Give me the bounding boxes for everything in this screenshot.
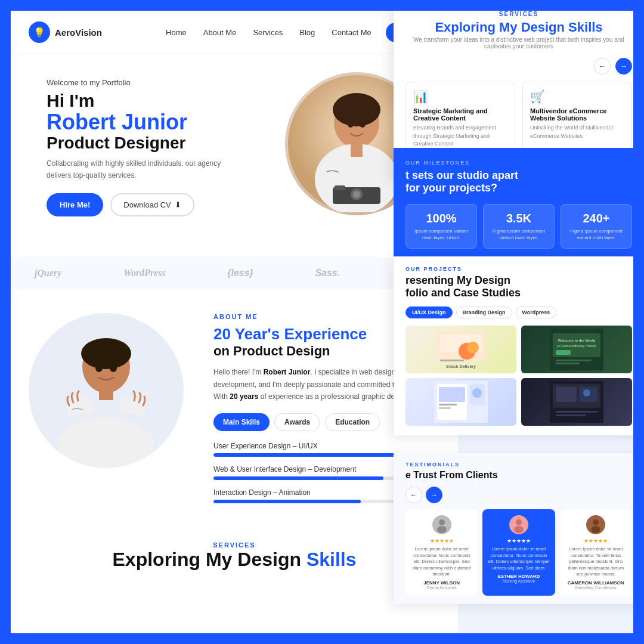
avatar-1 bbox=[432, 515, 451, 534]
testimonials-title: e Trust From Clients bbox=[405, 470, 632, 481]
stat-desc-3: Figma Ipsum component variant main layer… bbox=[566, 228, 627, 241]
arrow-next[interactable]: → bbox=[615, 58, 632, 75]
hero-desc: Collaborating with highly skilled indivi… bbox=[47, 158, 225, 181]
logo-icon: 💡 bbox=[29, 21, 50, 43]
testimonial-name-2: ESTHER HOWARD bbox=[487, 574, 550, 579]
svg-point-16 bbox=[110, 364, 117, 372]
testimonial-role-2: Nursing Assistant bbox=[487, 579, 550, 583]
svg-rect-39 bbox=[556, 387, 577, 402]
download-cv-button[interactable]: Download CV ⬇ bbox=[110, 193, 194, 216]
project-thumb-1[interactable]: Snack Delivery bbox=[405, 326, 516, 373]
stars-3: ★★★★★ bbox=[565, 538, 627, 544]
nav-links: Home About Me Services Blog Contact Me bbox=[166, 27, 371, 38]
projects-title: resenting My Design folio and Case Studi… bbox=[405, 274, 632, 299]
hero-buttons: Hire Me! Download CV ⬇ bbox=[47, 193, 261, 216]
tab-main-skills[interactable]: Main Skills bbox=[213, 413, 270, 431]
skill-bar-fill-3 bbox=[213, 500, 361, 503]
svg-rect-14 bbox=[99, 387, 113, 400]
svg-rect-34 bbox=[439, 407, 451, 409]
projects-tag: OUR PROJECTS bbox=[405, 266, 632, 272]
svg-point-51 bbox=[593, 519, 599, 525]
nav-home[interactable]: Home bbox=[166, 28, 187, 37]
service-card-desc-1: Elevating Brands and Engagement through … bbox=[413, 124, 507, 148]
testimonial-next[interactable]: → bbox=[426, 487, 442, 503]
project-thumb-svg-2: Welcome to the World of Extraordinary Tr… bbox=[550, 329, 603, 370]
testimonial-text-2: Lorem ipsum dolor sit amet consectetur. … bbox=[487, 546, 550, 571]
svg-rect-27 bbox=[556, 350, 571, 355]
filter-wordpress[interactable]: Wordpress bbox=[516, 306, 557, 318]
project-thumb-svg-4 bbox=[550, 381, 603, 423]
milestones-tag: OUR MILESTONES bbox=[405, 160, 632, 166]
filter-uiux[interactable]: UI/UX Design bbox=[405, 306, 453, 318]
project-thumb-4[interactable] bbox=[521, 378, 632, 426]
testimonial-prev[interactable]: ← bbox=[405, 487, 422, 503]
hero-hi: Hi I'm bbox=[47, 91, 261, 110]
about-person-svg bbox=[29, 313, 184, 468]
testimonial-text-3: Lorem ipsum dolor sit amet consectetur. … bbox=[565, 546, 627, 578]
svg-point-52 bbox=[591, 526, 600, 533]
person-icon-1 bbox=[434, 516, 450, 533]
stat-desc-2: Figma Ipsum component variant main layer… bbox=[488, 228, 549, 241]
project-thumb-svg-1: Snack Delivery bbox=[434, 329, 488, 370]
milestones-card: OUR MILESTONES t sets our studio apart f… bbox=[394, 148, 644, 261]
project-thumb-2[interactable]: Welcome to the World of Extraordinary Tr… bbox=[521, 326, 632, 373]
svg-rect-32 bbox=[439, 387, 465, 402]
svg-text:of Extraordinary Travel: of Extraordinary Travel bbox=[557, 344, 596, 348]
svg-rect-42 bbox=[556, 414, 586, 416]
svg-rect-21 bbox=[440, 360, 464, 361]
testimonial-2: ★★★★★ Lorem ipsum dolor sit amet consect… bbox=[482, 509, 555, 596]
service-card-title-1: Strategic Marketing and Creative Content bbox=[413, 107, 507, 122]
right-services-tag: SERVICES bbox=[405, 11, 632, 17]
svg-point-5 bbox=[348, 120, 354, 128]
stars-2: ★★★★★ bbox=[487, 538, 550, 544]
svg-point-20 bbox=[467, 342, 479, 354]
hire-me-button[interactable]: Hire Me! bbox=[47, 193, 103, 216]
testimonial-role-3: Marketing Coordinator bbox=[565, 586, 627, 590]
svg-rect-4 bbox=[351, 142, 363, 157]
testimonial-3: ★★★★★ Lorem ipsum dolor sit amet consect… bbox=[560, 509, 632, 596]
svg-point-15 bbox=[95, 364, 103, 372]
right-panel: SERVICES Exploring My Design Skills We t… bbox=[369, 0, 644, 644]
tab-awards[interactable]: Awards bbox=[274, 413, 320, 431]
nav-about[interactable]: About Me bbox=[203, 28, 237, 37]
testimonial-1: ★★★★★ Lorem ipsum dolor sit amet consect… bbox=[405, 509, 478, 596]
stat-number-3: 240+ bbox=[566, 212, 627, 225]
person-icon-2 bbox=[510, 516, 527, 533]
milestone-stats: 100% Ipsum component variant main layer.… bbox=[405, 204, 632, 249]
testimonial-role-1: Dental Assistant bbox=[410, 586, 473, 590]
svg-point-45 bbox=[439, 519, 445, 525]
avatar-2 bbox=[509, 515, 528, 534]
stars-1: ★★★★★ bbox=[410, 538, 473, 544]
svg-text:Welcome to the World: Welcome to the World bbox=[558, 339, 596, 342]
brand-wordpress: WordPress bbox=[123, 268, 166, 278]
svg-point-13 bbox=[81, 338, 131, 369]
brand-jquery: jQuery bbox=[35, 268, 61, 278]
svg-rect-41 bbox=[556, 411, 597, 413]
filter-tabs: UI/UX Design Branding Design Wordpress bbox=[405, 306, 632, 318]
testimonials-card: TESTIMONIALS e Trust From Clients ← → ★★… bbox=[394, 453, 644, 604]
svg-rect-33 bbox=[439, 404, 457, 405]
nav-blog[interactable]: Blog bbox=[299, 28, 315, 37]
nav-contact[interactable]: Contact Me bbox=[332, 28, 371, 37]
testimonial-text-1: Lorem ipsum dolor sit amet consectetur. … bbox=[410, 546, 473, 578]
nav-services[interactable]: Services bbox=[253, 28, 283, 37]
filter-branding[interactable]: Branding Design bbox=[456, 306, 512, 318]
arrow-prev[interactable]: ← bbox=[594, 58, 611, 75]
stat-number-2: 3.5K bbox=[488, 212, 549, 225]
stat-2: 3.5K Figma Ipsum component variant main … bbox=[483, 204, 555, 249]
logo-text: AeroVision bbox=[55, 27, 102, 38]
download-icon: ⬇ bbox=[175, 200, 181, 209]
project-thumb-svg-3 bbox=[434, 381, 488, 423]
project-thumb-3[interactable] bbox=[405, 378, 516, 426]
svg-text:Snack Delivery: Snack Delivery bbox=[446, 364, 476, 369]
stat-1: 100% Ipsum component variant main layer.… bbox=[405, 204, 477, 249]
svg-point-6 bbox=[360, 120, 366, 128]
stat-3: 240+ Figma Ipsum component variant main … bbox=[561, 204, 632, 249]
brand-sass: Sass. bbox=[315, 268, 340, 278]
stat-desc-1: Ipsum component variant main layer. Unio… bbox=[411, 228, 472, 241]
svg-point-36 bbox=[472, 388, 482, 398]
skill-bar-fill-2 bbox=[213, 476, 383, 480]
testimonials-row: ★★★★★ Lorem ipsum dolor sit amet consect… bbox=[405, 509, 632, 596]
svg-point-46 bbox=[437, 526, 447, 533]
svg-point-43 bbox=[583, 389, 590, 397]
